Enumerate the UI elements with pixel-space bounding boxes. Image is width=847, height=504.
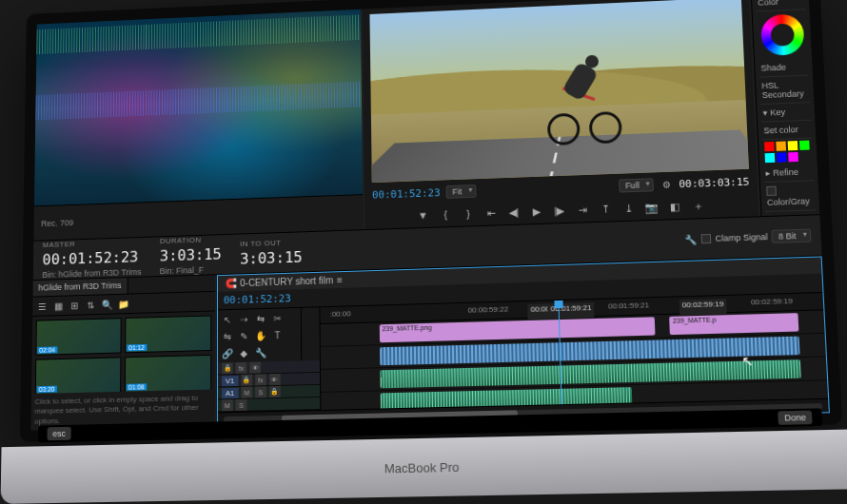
track-fx-badge[interactable]: fx bbox=[236, 362, 247, 374]
sequence-name: 0-CENTURY short film bbox=[240, 275, 333, 288]
program-monitor-panel: 00:03:03:15 00:01:52:23 Fit Full ⚙ 00:03… bbox=[363, 0, 759, 229]
add-marker-icon[interactable]: ▼ bbox=[416, 208, 429, 222]
marker-icon[interactable]: ◆ bbox=[237, 346, 250, 359]
go-to-in-icon[interactable]: ⇤ bbox=[484, 206, 498, 220]
track-a1-label[interactable]: A1 bbox=[222, 387, 238, 397]
inout-value: 3:03:15 bbox=[240, 248, 303, 268]
clamp-checkbox[interactable] bbox=[701, 234, 712, 243]
track-mute-button[interactable]: M bbox=[241, 387, 252, 398]
project-panel: hGlide from R3D Trims ☰ ▦ ⊞ ⇅ 🔍 📁 02:04 … bbox=[30, 275, 215, 430]
play-icon[interactable]: ▶ bbox=[530, 204, 543, 218]
track-lock-icon[interactable]: 🔒 bbox=[222, 362, 233, 374]
comparison-icon[interactable]: ◧ bbox=[668, 200, 682, 213]
track-v1-label[interactable]: V1 bbox=[222, 375, 238, 385]
timeline-current-timecode[interactable]: 00:01:52:23 bbox=[224, 292, 291, 306]
video-clip[interactable]: 239_MATTE.p bbox=[670, 313, 799, 335]
duration-value: 3:03:15 bbox=[160, 245, 222, 265]
track-eye-icon[interactable]: 👁 bbox=[249, 361, 261, 373]
program-current-timecode[interactable]: 00:01:52:23 bbox=[372, 186, 441, 201]
ruler-tick-label: 00:00:59:22 bbox=[468, 305, 509, 315]
resolution-dropdown[interactable]: Full bbox=[619, 178, 654, 192]
step-forward-icon[interactable]: |▶ bbox=[553, 204, 566, 217]
lumetri-hsl-section[interactable]: HSL Secondary bbox=[759, 75, 810, 105]
track-solo-button[interactable]: S bbox=[255, 386, 266, 397]
clip-thumbnail[interactable]: 01:12 bbox=[125, 315, 211, 353]
new-bin-icon[interactable]: 📁 bbox=[117, 297, 130, 310]
clip-thumbnail[interactable]: 01:08 bbox=[125, 355, 211, 393]
bit-depth-dropdown[interactable]: 8 Bit bbox=[771, 229, 811, 243]
slip-tool-icon[interactable]: ⇋ bbox=[221, 330, 234, 343]
lift-icon[interactable]: ⤒ bbox=[599, 203, 613, 216]
freeform-view-icon[interactable]: ⊞ bbox=[68, 299, 80, 312]
extract-icon[interactable]: ⤓ bbox=[621, 202, 636, 215]
track-mute-button[interactable]: M bbox=[222, 399, 233, 411]
sequence-menu-icon[interactable]: ≡ bbox=[337, 275, 343, 285]
track-eye-icon[interactable]: 👁 bbox=[269, 374, 281, 385]
timeline-tracks-area[interactable]: :00:00 00:00:59:22 00:01:59:21 00:02:59:… bbox=[320, 293, 828, 410]
wrench-settings-icon[interactable]: 🔧 bbox=[254, 345, 267, 359]
top-panels: Rec. 709 00:03:03:15 00:01:52:23 Fit bbox=[33, 0, 819, 241]
duration-label: DURATION bbox=[160, 236, 201, 245]
zoom-fit-dropdown[interactable]: Fit bbox=[445, 184, 476, 199]
ruler-tick-label: :00:00 bbox=[330, 309, 351, 319]
colorgray-checkbox[interactable] bbox=[766, 186, 777, 196]
swatch-blue[interactable] bbox=[777, 152, 787, 162]
track-headers: ↖ ⇢ ⇆ ✂ ⇋ ✎ ✋ T 🔗 ◆ 🔧 bbox=[218, 307, 321, 412]
icon-view-icon[interactable]: ▦ bbox=[51, 299, 64, 312]
selection-tool-icon[interactable]: ↖ bbox=[221, 313, 234, 326]
link-icon[interactable]: 🔗 bbox=[221, 346, 234, 359]
swatch-cyan[interactable] bbox=[765, 153, 776, 163]
clip-thumbnail[interactable]: 02:04 bbox=[35, 318, 121, 356]
lumetri-refine-section[interactable]: ▸ Refine bbox=[763, 163, 814, 183]
step-back-icon[interactable]: ◀| bbox=[507, 205, 521, 219]
swatch-yellow[interactable] bbox=[788, 141, 798, 150]
timeline-body: ↖ ⇢ ⇆ ✂ ⇋ ✎ ✋ T 🔗 ◆ 🔧 bbox=[218, 293, 828, 412]
track-lock-icon[interactable]: 🔒 bbox=[269, 386, 281, 397]
export-frame-icon[interactable]: 📷 bbox=[644, 201, 659, 214]
preview-subject bbox=[540, 47, 628, 151]
type-tool-icon[interactable]: T bbox=[271, 328, 285, 341]
project-tab-1[interactable]: hGlide from R3D Trims bbox=[33, 278, 128, 297]
mark-out-icon[interactable]: } bbox=[462, 207, 475, 221]
go-to-out-icon[interactable]: ⇥ bbox=[576, 203, 590, 216]
app-window: Rec. 709 00:03:03:15 00:01:52:23 Fit bbox=[20, 0, 842, 442]
inout-label: IN TO OUT bbox=[240, 239, 281, 248]
track-lock-icon[interactable]: 🔒 bbox=[241, 375, 252, 386]
hand-tool-icon[interactable]: ✋ bbox=[254, 329, 267, 342]
swatch-magenta[interactable] bbox=[788, 152, 798, 162]
program-preview[interactable] bbox=[369, 0, 748, 183]
master-timecode[interactable]: 00:01:52:23 bbox=[42, 248, 138, 269]
swatch-green[interactable] bbox=[799, 141, 810, 150]
swatch-red[interactable] bbox=[764, 142, 775, 151]
pen-tool-icon[interactable]: ✎ bbox=[237, 329, 250, 342]
touchbar-esc[interactable]: esc bbox=[48, 427, 71, 440]
wrench-icon[interactable]: 🔧 bbox=[684, 232, 699, 245]
track-solo-button[interactable]: S bbox=[236, 399, 247, 411]
timeline-tools: ↖ ⇢ ⇆ ✂ ⇋ ✎ ✋ T 🔗 ◆ 🔧 bbox=[218, 308, 302, 363]
color-wheel[interactable] bbox=[759, 13, 804, 56]
settings-icon[interactable]: ⚙ bbox=[660, 178, 674, 191]
track-select-icon[interactable]: ⇢ bbox=[237, 312, 250, 325]
cursor-icon: ↖ bbox=[741, 353, 754, 369]
snap-icon[interactable]: 🧲 bbox=[226, 278, 237, 288]
program-duration-timecode[interactable]: 00:03:03:15 bbox=[679, 175, 750, 190]
swatch-orange[interactable] bbox=[776, 142, 786, 151]
search-icon[interactable]: 🔍 bbox=[101, 298, 114, 311]
lumetri-color-section[interactable]: Color bbox=[756, 0, 806, 12]
lumetri-scopes-panel[interactable]: Rec. 709 bbox=[33, 10, 363, 241]
laptop-brand: MacBook Pro bbox=[384, 459, 460, 475]
clip-thumbnail[interactable]: 03:20 bbox=[35, 357, 122, 394]
touchbar-done[interactable]: Done bbox=[778, 411, 813, 425]
lumetri-colorgray-row: Color/Gray bbox=[764, 181, 816, 212]
sort-icon[interactable]: ⇅ bbox=[85, 298, 98, 311]
list-view-icon[interactable]: ☰ bbox=[35, 300, 48, 313]
track-fx-badge[interactable]: fx bbox=[255, 374, 266, 385]
laptop-body: esc Done MacBook Pro bbox=[1, 429, 847, 504]
lumetri-shade-section[interactable]: Shade bbox=[758, 58, 809, 78]
lumetri-setcolor-label: Set color bbox=[761, 121, 812, 141]
razor-tool-icon[interactable]: ✂ bbox=[270, 311, 284, 324]
mark-in-icon[interactable]: { bbox=[439, 207, 452, 221]
button-editor-icon[interactable]: ＋ bbox=[691, 199, 705, 212]
ripple-edit-icon[interactable]: ⇆ bbox=[254, 312, 267, 325]
lumetri-color-panel: Color Shade HSL Secondary ▾ Key Set colo… bbox=[751, 0, 820, 216]
